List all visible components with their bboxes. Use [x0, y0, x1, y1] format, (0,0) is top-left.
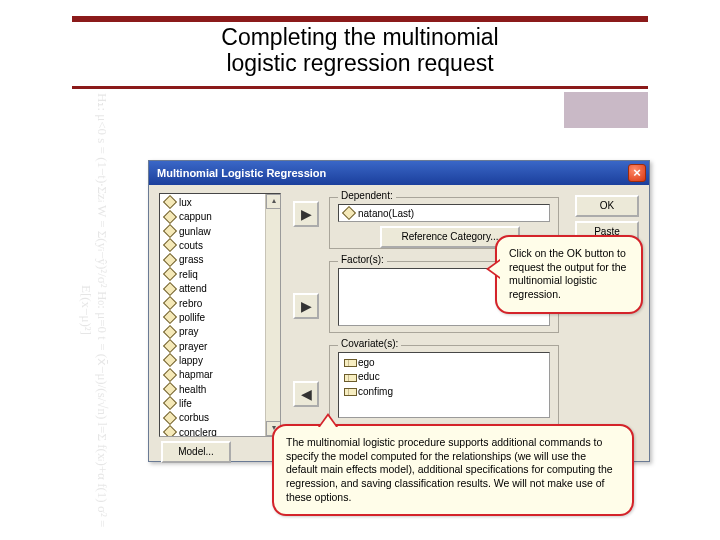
- covariates-field[interactable]: egoeducconfimg: [338, 352, 550, 418]
- variable-icon: [164, 426, 176, 437]
- scale-variable-icon: [343, 356, 355, 368]
- variable-name: gunlaw: [179, 226, 211, 237]
- variable-name: lux: [179, 197, 192, 208]
- variable-icon: [164, 211, 176, 223]
- callout-tail-icon: [318, 413, 338, 427]
- variable-name: corbus: [179, 412, 209, 423]
- variable-icon: [164, 268, 176, 280]
- list-item[interactable]: gunlaw: [162, 225, 280, 239]
- list-item[interactable]: lappy: [162, 354, 280, 368]
- variable-name: cappun: [179, 211, 212, 222]
- variable-icon: [164, 397, 176, 409]
- list-item[interactable]: pollife: [162, 311, 280, 325]
- background-formula-decoration: H₁: μ<0 s = (1−t)·Σzᵢ W = Σ(yᵢ−ŷ)²/σ² H₀…: [0, 80, 110, 540]
- list-item[interactable]: hapmar: [162, 368, 280, 382]
- list-item[interactable]: cappun: [162, 210, 280, 224]
- callout-options-text: The multinomial logistic procedure suppo…: [286, 436, 613, 503]
- variable-icon: [164, 369, 176, 381]
- variable-icon: [343, 207, 355, 219]
- scrollbar[interactable]: ▴ ▾: [265, 194, 280, 436]
- variable-icon: [164, 239, 176, 251]
- variable-icon: [164, 340, 176, 352]
- list-item[interactable]: prayer: [162, 340, 280, 354]
- variable-name: reliq: [179, 269, 198, 280]
- list-item[interactable]: reliq: [162, 268, 280, 282]
- close-icon[interactable]: ×: [628, 164, 646, 182]
- variable-name: pray: [179, 326, 198, 337]
- variable-icon: [164, 326, 176, 338]
- factors-label: Factor(s):: [338, 254, 387, 265]
- variable-name: conclerg: [179, 427, 217, 437]
- move-covariate-button[interactable]: ◀: [293, 381, 319, 407]
- dialog-body: luxcappungunlawcoutsgrassreliqattendrebr…: [149, 185, 649, 461]
- move-factor-button[interactable]: ▶: [293, 293, 319, 319]
- variable-icon: [164, 225, 176, 237]
- list-item[interactable]: ego: [343, 356, 545, 370]
- scale-variable-icon: [343, 385, 355, 397]
- variable-icon: [164, 297, 176, 309]
- list-item[interactable]: conclerg: [162, 426, 280, 437]
- ok-button[interactable]: OK: [575, 195, 639, 217]
- variable-name: prayer: [179, 341, 207, 352]
- list-item[interactable]: rebro: [162, 297, 280, 311]
- variable-name: educ: [358, 371, 380, 382]
- variable-name: health: [179, 384, 206, 395]
- title-line2: logistic regression request: [226, 50, 493, 76]
- list-item[interactable]: confimg: [343, 385, 545, 399]
- variable-icon: [164, 283, 176, 295]
- source-variable-list[interactable]: luxcappungunlawcoutsgrassreliqattendrebr…: [159, 193, 281, 437]
- variable-icon: [164, 196, 176, 208]
- variable-name: confimg: [358, 386, 393, 397]
- list-item[interactable]: health: [162, 383, 280, 397]
- model-button[interactable]: Model...: [161, 441, 231, 463]
- callout-ok-tip: Click on the OK button to request the ou…: [495, 235, 643, 314]
- list-item[interactable]: pray: [162, 325, 280, 339]
- variable-name: life: [179, 398, 192, 409]
- list-item[interactable]: grass: [162, 253, 280, 267]
- dialog-titlebar[interactable]: Multinomial Logistic Regression ×: [149, 161, 649, 185]
- callout-tail-icon: [486, 259, 500, 279]
- slide-accent-box: [564, 92, 648, 128]
- list-item[interactable]: educ: [343, 370, 545, 384]
- variable-icon: [164, 412, 176, 424]
- list-item[interactable]: corbus: [162, 411, 280, 425]
- variable-name: rebro: [179, 298, 202, 309]
- dependent-value: natano(Last): [358, 208, 414, 219]
- slide-top-rule: [72, 16, 648, 22]
- variable-icon: [164, 354, 176, 366]
- dependent-label: Dependent:: [338, 190, 396, 201]
- title-line1: Completing the multinomial: [221, 24, 498, 50]
- list-item[interactable]: couts: [162, 239, 280, 253]
- list-item[interactable]: lux: [162, 196, 280, 210]
- list-item[interactable]: attend: [162, 282, 280, 296]
- list-item[interactable]: life: [162, 397, 280, 411]
- variable-icon: [164, 311, 176, 323]
- variable-name: lappy: [179, 355, 203, 366]
- covariates-label: Covariate(s):: [338, 338, 401, 349]
- variable-name: ego: [358, 357, 375, 368]
- slide-title: Completing the multinomial logistic regr…: [0, 24, 720, 77]
- dialog-title: Multinomial Logistic Regression: [157, 167, 326, 179]
- variable-name: grass: [179, 254, 203, 265]
- variable-name: attend: [179, 283, 207, 294]
- move-dependent-button[interactable]: ▶: [293, 201, 319, 227]
- scale-variable-icon: [343, 371, 355, 383]
- variable-icon: [164, 254, 176, 266]
- dependent-field[interactable]: natano(Last): [338, 204, 550, 222]
- variable-icon: [164, 383, 176, 395]
- scroll-up-icon[interactable]: ▴: [266, 194, 281, 209]
- covariates-group: Covariate(s): egoeducconfimg: [329, 345, 559, 425]
- callout-options-tip: The multinomial logistic procedure suppo…: [272, 424, 634, 516]
- callout-ok-text: Click on the OK button to request the ou…: [509, 247, 626, 300]
- variable-name: couts: [179, 240, 203, 251]
- variable-name: pollife: [179, 312, 205, 323]
- variable-name: hapmar: [179, 369, 213, 380]
- slide-under-rule: [72, 86, 648, 89]
